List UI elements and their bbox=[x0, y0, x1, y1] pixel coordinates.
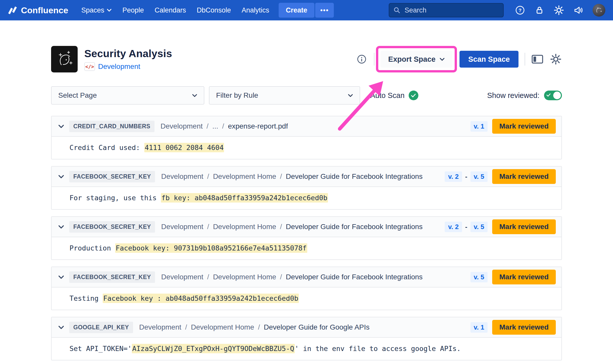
breadcrumb-item[interactable]: Development bbox=[161, 273, 203, 281]
rule-badge: FACEBOOK_SECRET_KEY bbox=[69, 221, 155, 233]
breadcrumb-item[interactable]: Development Home bbox=[213, 223, 276, 231]
collapse-chevron-icon[interactable] bbox=[58, 275, 64, 279]
version-pill[interactable]: v. 5 bbox=[470, 171, 488, 182]
breadcrumb: Development/.../expense-report.pdf bbox=[161, 122, 288, 130]
breadcrumb-item[interactable]: Development bbox=[161, 172, 203, 181]
breadcrumb-separator: / bbox=[207, 273, 209, 281]
breadcrumb-separator: / bbox=[280, 223, 282, 231]
version-pill[interactable]: v. 1 bbox=[470, 322, 488, 333]
show-reviewed-control: Show reviewed: bbox=[487, 91, 562, 100]
mark-reviewed-button[interactable]: Mark reviewed bbox=[492, 169, 556, 184]
breadcrumb-item[interactable]: Development bbox=[161, 223, 203, 231]
nav-item-label: Analytics bbox=[242, 6, 269, 14]
breadcrumb-item[interactable]: Developer Guide for Facebook Integration… bbox=[286, 172, 422, 181]
nav-item-analytics[interactable]: Analytics bbox=[236, 0, 275, 20]
results-list: CREDIT_CARD_NUMBERS Development/.../expe… bbox=[51, 116, 562, 360]
filter-by-rule-dropdown[interactable]: Filter by Rule bbox=[209, 86, 360, 105]
toggle-knob bbox=[553, 92, 561, 99]
breadcrumb-item[interactable]: Development bbox=[161, 122, 203, 130]
snippet-highlight: 4111 0062 2084 4604 bbox=[144, 143, 224, 152]
snippet-text: ' in the env file to access google APIs. bbox=[295, 345, 461, 353]
filter-by-rule-label: Filter by Rule bbox=[216, 91, 258, 99]
breadcrumb-item[interactable]: Developer Guide for Facebook Integration… bbox=[286, 273, 422, 281]
result-card-actions: v. 5 Mark reviewed bbox=[470, 270, 556, 284]
breadcrumb-item[interactable]: Developer Guide for Facebook Integration… bbox=[286, 223, 422, 231]
breadcrumb-item[interactable]: ... bbox=[212, 122, 218, 130]
nav-item-label: Calendars bbox=[155, 6, 186, 14]
side-panel-icon[interactable] bbox=[531, 53, 544, 65]
result-card-body: Set API_TOKEN='AIzaSyCLWjZ0_ETxgPOxH-gQY… bbox=[52, 338, 561, 360]
result-card-actions: v. 1 Mark reviewed bbox=[470, 320, 556, 335]
space-avatar bbox=[51, 46, 78, 72]
info-icon[interactable] bbox=[356, 53, 368, 65]
collapse-chevron-icon[interactable] bbox=[58, 175, 64, 179]
breadcrumb-item[interactable]: Development Home bbox=[213, 172, 276, 181]
result-card-actions: v. 1 Mark reviewed bbox=[470, 119, 556, 134]
search-input[interactable] bbox=[389, 3, 504, 17]
snippet: Set API_TOKEN='AIzaSyCLWjZ0_ETxgPOxH-gQY… bbox=[69, 344, 461, 353]
version-pill[interactable]: v. 5 bbox=[470, 222, 488, 232]
code-icon: </> bbox=[84, 62, 95, 71]
snippet-text: For staging, use this bbox=[69, 194, 161, 202]
breadcrumb-item[interactable]: Development Home bbox=[191, 323, 254, 331]
rule-badge: FACEBOOK_SECRET_KEY bbox=[69, 171, 155, 182]
version-pill[interactable]: v. 5 bbox=[470, 272, 488, 282]
mark-reviewed-button[interactable]: Mark reviewed bbox=[492, 219, 556, 234]
brand-name: Confluence bbox=[21, 5, 68, 15]
collapse-chevron-icon[interactable] bbox=[58, 225, 64, 229]
auto-scan-label: Auto Scan bbox=[370, 91, 405, 100]
create-button[interactable]: Create bbox=[279, 3, 314, 18]
chevron-down-icon bbox=[440, 58, 445, 61]
space-breadcrumb[interactable]: </> Development bbox=[84, 62, 172, 71]
help-icon[interactable]: ? bbox=[515, 5, 525, 15]
snippet-highlight: Facebook key: 90731b9b108a952166e7e4a511… bbox=[115, 243, 307, 253]
version-pill[interactable]: v. 1 bbox=[470, 121, 488, 132]
breadcrumb-item[interactable]: Development Home bbox=[213, 273, 276, 281]
space-avatar-image bbox=[54, 49, 74, 69]
space-link[interactable]: Development bbox=[98, 62, 140, 71]
filters-row: Select Page Filter by Rule Auto Scan Sho… bbox=[51, 86, 562, 105]
result-card-header: CREDIT_CARD_NUMBERS Development/.../expe… bbox=[52, 116, 561, 137]
gear-icon[interactable] bbox=[554, 5, 564, 15]
user-avatar[interactable] bbox=[593, 4, 605, 17]
mark-reviewed-button[interactable]: Mark reviewed bbox=[492, 270, 556, 284]
version-pills: v. 1 bbox=[470, 322, 488, 333]
nav-item-people[interactable]: People bbox=[117, 0, 149, 20]
nav-item-dbconsole[interactable]: DbConsole bbox=[191, 0, 236, 20]
breadcrumb-item[interactable]: Developer Guide for Google APIs bbox=[264, 323, 370, 331]
mark-reviewed-button[interactable]: Mark reviewed bbox=[492, 320, 556, 335]
breadcrumb-item[interactable]: expense-report.pdf bbox=[228, 122, 288, 130]
nav-item-spaces[interactable]: Spaces bbox=[76, 0, 117, 20]
rule-badge: FACEBOOK_SECRET_KEY bbox=[69, 271, 155, 283]
mark-reviewed-button[interactable]: Mark reviewed bbox=[492, 119, 556, 134]
collapse-chevron-icon[interactable] bbox=[58, 325, 64, 329]
more-actions-button[interactable]: ••• bbox=[315, 3, 334, 18]
auto-scan-check-icon[interactable] bbox=[409, 91, 418, 100]
breadcrumb-item[interactable]: Development bbox=[139, 323, 181, 331]
result-card: FACEBOOK_SECRET_KEY Development/Developm… bbox=[51, 216, 562, 260]
snippet: Production Facebook key: 90731b9b108a952… bbox=[69, 243, 307, 253]
snippet-text: Set API_TOKEN=' bbox=[69, 345, 132, 353]
version-pill[interactable]: v. 2 bbox=[445, 222, 462, 232]
auto-scan-status: Auto Scan bbox=[370, 91, 418, 100]
version-pills: v. 2-v. 5 bbox=[445, 171, 488, 182]
lock-icon[interactable] bbox=[534, 5, 545, 15]
show-reviewed-toggle[interactable] bbox=[544, 91, 562, 100]
settings-gear-icon[interactable] bbox=[550, 53, 562, 65]
collapse-chevron-icon[interactable] bbox=[58, 124, 64, 128]
snippet-text: Credit Card used: bbox=[69, 144, 144, 152]
scan-space-button[interactable]: Scan Space bbox=[459, 51, 518, 68]
megaphone-icon[interactable] bbox=[573, 5, 583, 15]
header-actions: Export Space Scan Space bbox=[356, 51, 562, 68]
breadcrumb-separator: / bbox=[207, 172, 209, 181]
export-space-button[interactable]: Export Space bbox=[381, 51, 452, 68]
confluence-logo[interactable]: Confluence bbox=[8, 5, 68, 15]
result-card-actions: v. 2-v. 5 Mark reviewed bbox=[445, 219, 556, 234]
select-page-dropdown[interactable]: Select Page bbox=[51, 86, 204, 105]
version-pill[interactable]: v. 2 bbox=[445, 171, 462, 182]
chevron-down-icon bbox=[107, 9, 112, 12]
breadcrumb-separator: / bbox=[207, 223, 209, 231]
result-card-body: Credit Card used: 4111 0062 2084 4604 bbox=[52, 137, 561, 159]
nav-item-calendars[interactable]: Calendars bbox=[149, 0, 191, 20]
toggle-check-icon bbox=[546, 93, 551, 97]
